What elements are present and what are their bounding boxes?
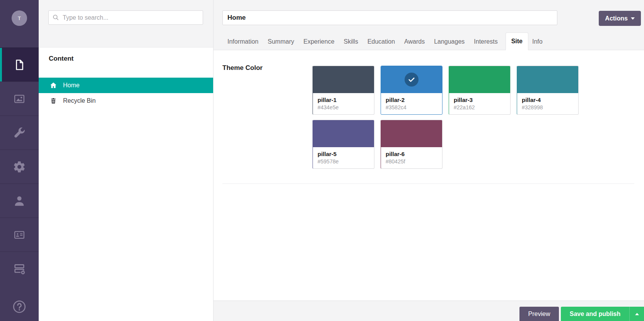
sidebar-item-members[interactable] [0, 217, 39, 251]
swatch-pillar-3[interactable]: pillar-3 #22a162 [449, 66, 511, 115]
swatch-pillar-4[interactable]: pillar-4 #328998 [517, 66, 579, 115]
swatch-pillar-2[interactable]: pillar-2 #3582c4 [381, 66, 442, 115]
trash-icon [50, 97, 57, 105]
sidebar-item-forms[interactable] [0, 251, 39, 285]
tree-node-list: Home Recycle Bin [39, 78, 213, 109]
app-window: T [0, 0, 644, 321]
tab-info[interactable]: Info [532, 33, 543, 50]
search-box [48, 10, 203, 25]
tab-bar: Information Summary Experience Skills Ed… [227, 32, 552, 50]
property-label: Theme Color [222, 63, 313, 174]
editor-panel: Actions Information Summary Experience S… [214, 0, 644, 321]
swatch-name: pillar-1 [318, 97, 369, 103]
swatch-name: pillar-3 [454, 97, 506, 103]
search-icon [52, 14, 59, 21]
swatch-pillar-5[interactable]: pillar-5 #59578e [313, 120, 374, 169]
swatch-hex: #3582c4 [386, 104, 437, 110]
swatch-name: pillar-5 [318, 151, 369, 157]
swatch-hex: #22a162 [454, 104, 506, 110]
avatar[interactable]: T [12, 10, 27, 26]
theme-color-property: Theme Color pillar-1 #434e5e [214, 50, 644, 174]
swatch-name: pillar-2 [386, 97, 437, 103]
swatch-name: pillar-6 [386, 151, 437, 157]
avatar-section: T [0, 0, 39, 48]
caret-down-icon [631, 17, 635, 20]
tab-site[interactable]: Site [506, 32, 528, 50]
user-icon [13, 194, 26, 207]
caret-up-icon [635, 313, 639, 315]
sidebar-item-packages[interactable] [0, 149, 39, 183]
sidebar-item-settings[interactable] [0, 115, 39, 149]
tree-node-recycle-bin[interactable]: Recycle Bin [39, 93, 213, 109]
search-input[interactable] [48, 10, 203, 25]
tab-languages[interactable]: Languages [434, 33, 465, 50]
swatch-color-block [381, 120, 442, 147]
sidebar-item-media[interactable] [0, 82, 39, 115]
theme-color-picker: pillar-1 #434e5e pillar-2 #3582c4 [313, 66, 591, 174]
document-icon [13, 58, 26, 71]
swatch-hex: #328998 [522, 104, 574, 110]
home-icon [50, 82, 57, 89]
save-and-publish-button[interactable]: Save and publish [561, 307, 644, 321]
sidebar-item-help[interactable] [0, 292, 39, 321]
swatch-color-block [449, 66, 510, 93]
help-icon [12, 299, 27, 314]
swatch-hex: #80425f [386, 158, 437, 165]
tree-node-label: Home [63, 82, 80, 89]
sidebar-item-users[interactable] [0, 183, 39, 217]
tab-education[interactable]: Education [367, 33, 395, 50]
editor-header: Actions Information Summary Experience S… [214, 0, 644, 50]
tree-node-label: Recycle Bin [63, 97, 96, 104]
tab-awards[interactable]: Awards [404, 33, 425, 50]
swatch-pillar-6[interactable]: pillar-6 #80425f [381, 120, 442, 169]
tab-experience[interactable]: Experience [304, 33, 335, 50]
tab-skills[interactable]: Skills [344, 33, 358, 50]
swatch-color-block [517, 66, 578, 93]
swatch-color-block [313, 120, 374, 147]
preview-button[interactable]: Preview [519, 307, 559, 321]
swatch-hex: #59578e [318, 158, 369, 165]
selected-check-icon [405, 73, 419, 87]
media-icon [13, 93, 26, 105]
sidebar-item-content[interactable] [0, 48, 39, 82]
tab-summary[interactable]: Summary [268, 33, 294, 50]
forms-icon [12, 262, 26, 275]
section-divider [222, 183, 634, 184]
editor-content: Theme Color pillar-1 #434e5e [214, 50, 644, 301]
tab-information[interactable]: Information [227, 33, 258, 50]
app-sidebar: T [0, 0, 39, 321]
avatar-letter: T [18, 15, 21, 21]
swatch-pillar-1[interactable]: pillar-1 #434e5e [313, 66, 374, 115]
page-title-input[interactable] [222, 10, 557, 25]
id-card-icon [12, 229, 26, 241]
swatch-name: pillar-4 [522, 97, 574, 103]
actions-button[interactable]: Actions [599, 11, 641, 26]
swatch-color-block [313, 66, 374, 93]
save-options-toggle[interactable] [629, 307, 644, 321]
swatch-color-block [381, 66, 442, 93]
wrench-icon [13, 126, 26, 139]
editor-footer: Preview Save and publish [214, 301, 644, 321]
gear-icon [13, 160, 26, 173]
tree-node-home[interactable]: Home [39, 78, 213, 93]
tree-section-header: Content [49, 55, 73, 63]
tab-interests[interactable]: Interests [474, 33, 497, 50]
tree-search-header [39, 0, 213, 48]
swatch-hex: #434e5e [318, 104, 369, 110]
content-tree-panel: Content Home Recycle Bin [39, 0, 214, 321]
